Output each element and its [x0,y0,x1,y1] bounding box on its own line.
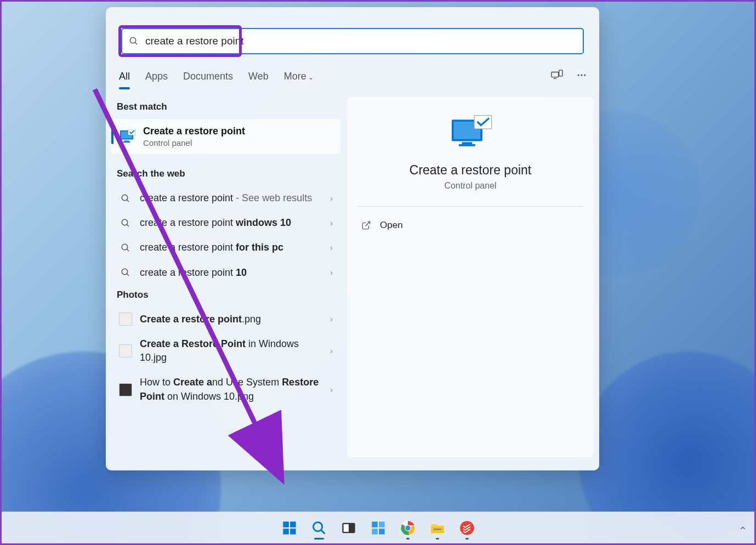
task-view-icon [341,520,356,536]
tab-apps[interactable]: Apps [138,66,175,87]
svg-point-19 [122,269,128,275]
svg-point-17 [122,244,128,250]
image-thumbnail-icon [119,383,132,396]
photo-result[interactable]: Create a restore point.png › [111,307,340,332]
image-thumbnail-icon [119,313,132,326]
file-explorer-button[interactable] [425,516,450,540]
web-result[interactable]: create a restore point 10 › [111,260,340,285]
web-result[interactable]: create a restore point windows 10 › [111,211,340,235]
svg-rect-30 [283,529,289,535]
svg-line-26 [366,222,370,226]
system-settings-icon [119,129,135,144]
svg-line-33 [321,530,325,533]
svg-rect-2 [552,72,559,77]
detail-title: Create a restore point [410,163,531,178]
svg-point-13 [122,195,128,201]
system-settings-large-icon [447,113,494,152]
photos-header: Photos [111,285,340,307]
svg-point-45 [460,521,474,535]
chevron-right-icon: › [330,268,333,277]
chevron-up-icon [739,524,747,532]
svg-rect-10 [124,140,129,141]
search-icon [121,243,130,253]
chevron-right-icon: › [330,194,333,203]
search-icon [121,218,130,228]
svg-point-15 [122,219,128,225]
task-view-button[interactable] [337,516,361,540]
svg-line-14 [127,200,129,202]
best-match-result[interactable]: Create a restore point Control panel [111,119,340,154]
detail-subtitle: Control panel [444,181,496,191]
chevron-right-icon: › [330,385,333,394]
more-options-button[interactable] [570,65,594,87]
svg-point-42 [405,525,410,530]
svg-rect-12 [128,129,135,135]
taskbar [2,512,754,543]
search-icon [311,520,327,536]
svg-rect-11 [123,141,130,143]
svg-rect-39 [379,529,385,535]
svg-line-16 [127,224,129,226]
tab-documents[interactable]: Documents [175,66,241,87]
chevron-down-icon: ⌄ [308,73,314,81]
divider [358,206,583,207]
photo-result[interactable]: Create a Restore Point in Windows 10.jpg… [111,332,340,370]
search-button[interactable] [307,516,331,540]
svg-rect-31 [290,529,296,535]
web-results-header: Search the web [111,164,340,186]
chrome-button[interactable] [396,516,420,540]
svg-rect-28 [283,521,289,527]
svg-rect-24 [459,144,475,146]
svg-rect-29 [290,521,296,527]
web-result[interactable]: create a restore point for this pc › [111,235,340,260]
svg-line-1 [135,42,137,44]
svg-rect-37 [379,521,385,527]
search-icon [121,268,130,277]
search-bar[interactable] [121,28,584,54]
chevron-right-icon: › [330,347,333,355]
widgets-button[interactable] [366,516,390,540]
system-tray[interactable] [739,524,747,532]
photo-result[interactable]: How to Create and Use System Restore Poi… [111,370,340,408]
todoist-button[interactable] [455,516,479,540]
search-icon [129,36,139,46]
windows-icon [282,520,297,536]
action-label: Open [380,220,403,231]
filter-tabs: All Apps Documents Web More⌄ [106,54,599,87]
chevron-right-icon: › [330,315,333,323]
result-subtitle: Control panel [143,138,245,147]
tab-all[interactable]: All [111,66,138,87]
svg-point-5 [578,75,579,76]
open-external-icon [361,220,371,230]
svg-point-32 [313,522,322,531]
svg-rect-38 [372,529,378,535]
svg-line-20 [127,274,129,276]
chrome-icon [400,520,416,536]
svg-rect-36 [372,521,378,527]
search-input[interactable] [145,35,576,47]
chevron-right-icon: › [330,219,333,228]
tab-more[interactable]: More⌄ [276,66,321,87]
svg-rect-4 [559,70,562,76]
tab-web[interactable]: Web [241,66,276,87]
svg-rect-35 [343,524,348,532]
svg-rect-44 [434,529,441,530]
start-button[interactable] [277,516,302,540]
svg-point-7 [584,75,586,76]
open-action[interactable]: Open [358,214,583,236]
detail-pane: Create a restore point Control panel Ope… [347,97,594,457]
chevron-right-icon: › [330,243,333,252]
image-thumbnail-icon [119,344,132,357]
folder-icon [430,520,445,536]
best-match-header: Best match [111,97,340,119]
svg-point-0 [130,37,136,43]
web-result[interactable]: create a restore point - See web results… [111,186,340,211]
search-across-devices-button[interactable] [544,65,570,87]
search-flyout: All Apps Documents Web More⌄ Best match [106,7,599,470]
svg-rect-23 [462,142,472,144]
svg-line-18 [127,249,129,251]
search-icon [121,194,130,203]
svg-point-6 [581,75,583,76]
todoist-icon [459,520,475,536]
result-title: Create a restore point [143,126,245,137]
